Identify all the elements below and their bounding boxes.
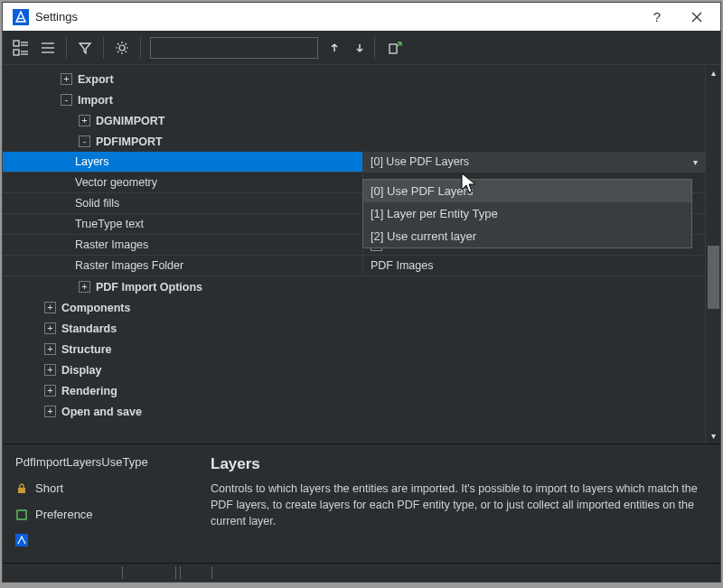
- settings-window: Settings ?: [2, 2, 721, 583]
- prop-raster-images-folder[interactable]: Raster Images Folder PDF Images: [3, 256, 705, 276]
- scrollbar-down-icon[interactable]: ▾: [706, 428, 720, 443]
- tree-node-export[interactable]: +Export: [3, 69, 705, 89]
- toolbar-separator: [66, 37, 67, 59]
- toolbar-separator: [103, 37, 104, 59]
- search-next-button[interactable]: [351, 39, 369, 57]
- tree-node-structure[interactable]: +Structure: [3, 339, 705, 359]
- toolbar: [3, 31, 720, 65]
- expand-icon[interactable]: +: [44, 364, 56, 376]
- scrollbar-thumb[interactable]: [708, 246, 719, 309]
- view-alphabetical-button[interactable]: [35, 35, 61, 61]
- svg-rect-5: [14, 50, 19, 55]
- svg-rect-4: [14, 41, 19, 46]
- svg-point-13: [119, 45, 125, 51]
- search-input[interactable]: [150, 37, 318, 59]
- tree-node-dgnimport[interactable]: +DGNIMPORT: [3, 110, 705, 131]
- layers-dropdown-popup: [0] Use PDF Layers [1] Layer per Entity …: [362, 179, 692, 248]
- description-title: Layers: [211, 455, 708, 473]
- prop-name: Layers: [3, 152, 362, 172]
- prop-value-dropdown[interactable]: [0] Use PDF Layers ▾: [362, 152, 705, 172]
- tree-node-components[interactable]: +Components: [3, 297, 705, 318]
- search-prev-button[interactable]: [325, 39, 343, 57]
- tree-node-rendering[interactable]: +Rendering: [3, 380, 705, 401]
- prop-layers[interactable]: Layers [0] Use PDF Layers ▾: [3, 152, 705, 173]
- collapse-icon[interactable]: -: [61, 94, 72, 106]
- dropdown-option[interactable]: [1] Layer per Entity Type: [363, 202, 691, 225]
- prop-value[interactable]: PDF Images: [362, 256, 705, 275]
- app-icon: [15, 534, 28, 546]
- tree-node-pdf-import-options[interactable]: +PDF Import Options: [3, 276, 705, 297]
- tree-node-pdfimport[interactable]: -PDFIMPORT: [3, 131, 705, 152]
- toolbar-separator: [374, 37, 375, 59]
- vertical-scrollbar[interactable]: ▴ ▾: [705, 65, 720, 443]
- scrollbar-up-icon[interactable]: ▴: [706, 65, 720, 80]
- tree-node-display[interactable]: +Display: [3, 359, 705, 380]
- settings-tree[interactable]: +Export -Import +DGNIMPORT -PDFIMPORT La…: [3, 65, 705, 443]
- expand-icon[interactable]: +: [61, 73, 72, 85]
- expand-icon[interactable]: +: [44, 343, 56, 355]
- collapse-icon[interactable]: -: [79, 135, 90, 147]
- tree-node-standards[interactable]: +Standards: [3, 318, 705, 339]
- box-icon: [15, 509, 28, 521]
- expand-icon[interactable]: +: [44, 406, 56, 417]
- svg-rect-15: [18, 488, 25, 493]
- expand-icon[interactable]: +: [44, 302, 56, 313]
- footer-strip: [3, 564, 720, 582]
- footer-cell: [122, 566, 176, 579]
- prop-name: Vector geometry: [3, 173, 362, 192]
- window-title: Settings: [35, 10, 78, 23]
- title-bar: Settings ?: [3, 3, 720, 31]
- variable-storage-preference: Preference: [15, 508, 202, 521]
- status-panel: PdfImportLayersUseType Short Preference …: [3, 443, 720, 564]
- footer-cell: [180, 566, 212, 579]
- prop-name: TrueType text: [3, 214, 362, 234]
- expand-icon[interactable]: +: [79, 115, 90, 126]
- dropdown-option[interactable]: [2] Use current layer: [363, 225, 691, 247]
- prop-name: Raster Images: [3, 235, 362, 255]
- lock-icon: [15, 482, 28, 495]
- help-button[interactable]: ?: [637, 4, 677, 31]
- view-categorized-button[interactable]: [8, 35, 33, 61]
- dropdown-option[interactable]: [0] Use PDF Layers: [363, 180, 691, 202]
- chevron-down-icon: ▾: [693, 157, 698, 167]
- expand-icon[interactable]: +: [44, 385, 56, 397]
- tree-area: +Export -Import +DGNIMPORT -PDFIMPORT La…: [3, 65, 720, 443]
- expand-icon[interactable]: +: [44, 322, 56, 334]
- svg-rect-16: [17, 510, 26, 519]
- close-button[interactable]: [677, 4, 717, 31]
- svg-rect-14: [390, 44, 397, 53]
- settings-gear-button[interactable]: [109, 35, 135, 61]
- app-badge: [15, 534, 202, 546]
- tree-node-open-and-save[interactable]: +Open and save: [3, 401, 705, 422]
- prop-name: Raster Images Folder: [3, 256, 362, 275]
- tree-node-import[interactable]: -Import: [3, 89, 705, 110]
- toolbar-separator: [140, 37, 141, 59]
- export-button[interactable]: [382, 35, 408, 61]
- variable-name: PdfImportLayersUseType: [15, 455, 202, 469]
- variable-type-short: Short: [15, 481, 202, 495]
- expand-icon[interactable]: +: [79, 281, 90, 293]
- prop-name: Solid fills: [3, 193, 362, 213]
- app-icon: [12, 8, 30, 26]
- filter-button[interactable]: [72, 35, 98, 61]
- description-text: Controls to which layers the entities ar…: [211, 481, 708, 529]
